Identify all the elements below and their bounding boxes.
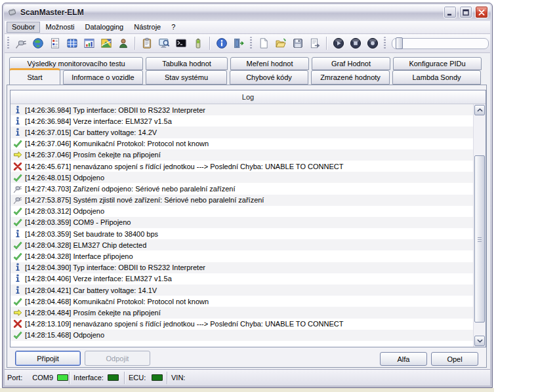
log-row[interactable]: [14:28:15.468] Odpojeno — [10, 330, 473, 341]
alfa-button[interactable]: Alfa — [380, 352, 427, 366]
graph-image-button[interactable] — [98, 35, 114, 51]
toolbar-gripper[interactable] — [250, 37, 252, 50]
titlebar[interactable]: ScanMaster-ELM — [4, 5, 491, 20]
success-icon — [12, 297, 22, 306]
exit-door-button[interactable] — [231, 35, 247, 51]
menu-item-moznosti[interactable]: Možnosti — [40, 22, 79, 33]
statusbar-vin-panel: VIN: — [168, 370, 490, 385]
log-text: [14:28:13.109] nenavázano spojení s řídí… — [25, 320, 343, 328]
window-title: ScanMaster-ELM — [20, 8, 441, 17]
menu-item-nastroje[interactable]: Nástroje — [129, 22, 166, 33]
opel-button[interactable]: Opel — [431, 352, 478, 366]
tab-mereni-hodnot[interactable]: Meření hodnot — [230, 57, 309, 70]
log-text: [14:28:04.421] Car battery voltage: 14.1… — [25, 286, 157, 294]
globe-button[interactable] — [30, 35, 46, 51]
log-row[interactable]: [14:26:45.671] nenavázano spojení s řídí… — [10, 161, 473, 172]
tab-start[interactable]: Start — [9, 68, 60, 85]
log-rows: [14:26:36.984] Typ interface: OBDII to R… — [10, 104, 473, 347]
log-row[interactable]: [14:28:04.328] ELM327 Chip detected — [10, 239, 473, 250]
menu-item-datalogging[interactable]: Datalogging — [80, 22, 129, 33]
log-row[interactable]: [14:27:53.875] Systém zjistil nové zaříz… — [10, 195, 473, 206]
toolbar-gripper[interactable] — [7, 37, 9, 50]
log-row[interactable]: [14:28:13.109] nenavázano spojení s řídí… — [10, 319, 473, 330]
terminal-button[interactable] — [173, 35, 189, 51]
scroll-down-button[interactable] — [474, 336, 485, 346]
tab-stav-systemu[interactable]: Stav systému — [146, 70, 227, 85]
export-button[interactable] — [307, 35, 323, 51]
slider-thumb[interactable] — [396, 37, 403, 49]
minimize-button[interactable] — [444, 6, 457, 18]
log-row[interactable]: [14:26:37.015] Car battery voltage: 14.2… — [10, 127, 473, 138]
info-button[interactable] — [214, 35, 230, 51]
connect-plug-button[interactable] — [13, 35, 29, 51]
connect-button[interactable]: Připojit — [15, 351, 81, 366]
log-row[interactable]: [14:26:37.046] Prosím čekejte na připoje… — [10, 149, 473, 161]
statusbar-interface-panel: Interface: — [70, 370, 124, 385]
port-value: COM9 — [32, 374, 53, 382]
log-row[interactable]: [14:28:03.359] COM9 - Připojeno — [10, 217, 473, 228]
log-text: [14:26:37.046] Prosím čekejte na připoje… — [25, 151, 161, 159]
device-icon — [12, 184, 22, 193]
info-icon — [12, 106, 22, 115]
error-icon — [12, 319, 22, 328]
toolbar-separator — [134, 37, 136, 50]
chart-window-button[interactable] — [81, 35, 97, 51]
record-button[interactable] — [365, 35, 381, 51]
menu-item-help[interactable]: ? — [166, 22, 180, 33]
log-text: [14:28:04.484] Prosím čekejte na připoje… — [25, 309, 161, 317]
toolbar-gripper[interactable] — [384, 37, 386, 50]
log-text: [14:28:04.328] Interface připojeno — [25, 252, 133, 260]
stop-button[interactable] — [348, 35, 363, 51]
log-row[interactable]: [14:28:04.468] Komunikační Protokol: Pro… — [10, 296, 473, 307]
toolbar — [5, 34, 490, 53]
scroll-up-button[interactable] — [474, 105, 485, 115]
tab-informace-o-vozidle[interactable]: Informace o vozidle — [63, 70, 143, 85]
log-row[interactable]: [14:26:36.984] Verze interface: ELM327 v… — [10, 115, 473, 127]
log-text: [14:28:03.359] Set baudrate to 38400 bps — [25, 230, 158, 238]
new-file-button[interactable] — [256, 35, 272, 51]
battery-button[interactable] — [190, 35, 206, 51]
save-button[interactable] — [290, 35, 306, 51]
table-button[interactable] — [64, 35, 80, 51]
menu-item-soubor[interactable]: Soubor — [7, 22, 40, 33]
log-row[interactable]: [14:28:04.328] Interface připojeno — [10, 250, 473, 262]
log-column-header[interactable]: Log — [10, 90, 486, 104]
log-row[interactable]: [14:28:04.406] Verze interface: ELM327 v… — [10, 273, 473, 284]
log-row[interactable]: [14:27:43.703] Zařízení odpojeno: Sériov… — [10, 183, 473, 194]
tab-konfigurace-pidu[interactable]: Konfigurace PIDu — [393, 57, 482, 70]
log-row[interactable]: [14:28:03.359] Set baudrate to 38400 bps — [10, 228, 473, 239]
tab-graf-hodnot[interactable]: Graf Hodnot — [312, 57, 390, 70]
log-scrollbar[interactable] — [473, 104, 486, 347]
info-icon — [12, 263, 22, 272]
datalog-slider[interactable] — [392, 38, 489, 49]
tab-chybove-kody[interactable]: Chybové kódy — [230, 70, 308, 85]
scroll-thumb[interactable] — [474, 155, 485, 323]
open-folder-button[interactable] — [273, 35, 289, 51]
tab-lambda-sondy[interactable]: Lambda Sondy — [392, 70, 481, 85]
screen-search-button[interactable] — [156, 35, 172, 51]
toolbar-separator — [209, 37, 211, 50]
log-row[interactable]: [14:28:04.390] Typ interface: OBDII to R… — [10, 262, 473, 273]
log-row[interactable]: [14:28:03.312] Odpojeno — [10, 206, 473, 217]
log-row[interactable]: [14:28:04.484] Prosím čekejte na připoje… — [10, 307, 473, 318]
log-text: [14:26:45.671] nenavázano spojení s řídí… — [25, 163, 343, 170]
log-text: [14:28:03.312] Odpojeno — [25, 207, 104, 215]
log-row[interactable]: [14:28:04.421] Car battery voltage: 14.1… — [10, 284, 473, 296]
client-area: SouborMožnostiDataloggingNástroje? Výsle… — [5, 21, 490, 385]
maximize-button[interactable] — [459, 6, 472, 18]
clipboard-button[interactable] — [139, 35, 155, 51]
ecu-led — [152, 374, 163, 381]
play-button[interactable] — [331, 35, 346, 51]
error-icon — [12, 162, 22, 171]
user-button[interactable] — [115, 35, 131, 51]
tab-tabulka-hodnot[interactable]: Tabulka hodnot — [146, 57, 228, 70]
log-text: [14:28:03.359] COM9 - Připojeno — [25, 218, 131, 226]
report-button[interactable] — [47, 35, 63, 51]
log-row[interactable]: [14:26:36.984] Typ interface: OBDII to R… — [10, 104, 473, 115]
log-row[interactable]: [14:26:37.046] Komunikační Protokol: Pro… — [10, 138, 473, 149]
log-row[interactable]: [14:26:48.015] Odpojeno — [10, 172, 473, 183]
close-button[interactable] — [475, 6, 488, 18]
disconnect-button[interactable]: Odpojit — [85, 351, 150, 366]
success-icon — [12, 139, 22, 148]
tab-zmrazene-hodnoty[interactable]: Zmrazené hodnoty — [311, 70, 390, 85]
